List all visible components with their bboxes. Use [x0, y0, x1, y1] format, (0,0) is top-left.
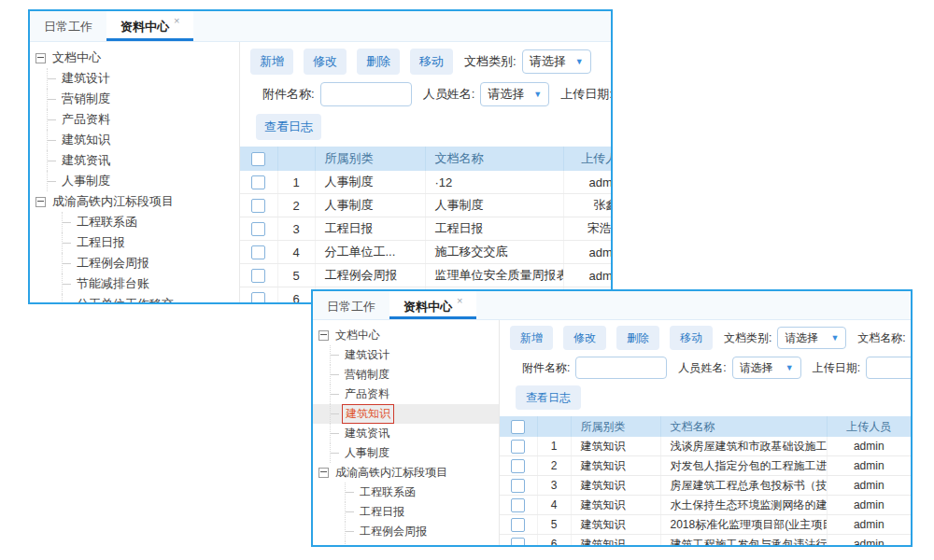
- tree-item[interactable]: 人事制度: [313, 443, 499, 463]
- row-checkbox[interactable]: [251, 269, 265, 283]
- field-control[interactable]: [866, 357, 911, 379]
- field-control[interactable]: [575, 357, 667, 379]
- row-checkbox[interactable]: [511, 518, 525, 532]
- tree-expander-icon[interactable]: [318, 468, 329, 478]
- tree-item[interactable]: 建筑知识: [313, 404, 499, 424]
- row-checkbox[interactable]: [511, 440, 525, 454]
- tree-item[interactable]: 工程日报: [313, 502, 499, 522]
- tree-item[interactable]: 建筑设计: [313, 345, 499, 365]
- row-checkbox-cell: [500, 476, 537, 496]
- tree-expander-icon[interactable]: [35, 197, 46, 207]
- cell-category: 建筑知识: [571, 515, 660, 535]
- view-log-button[interactable]: 查看日志: [516, 385, 581, 410]
- header-checkbox-cell: [500, 416, 537, 437]
- action-button[interactable]: 移动: [410, 49, 453, 75]
- tree-item[interactable]: 产品资料: [30, 109, 239, 130]
- row-checkbox[interactable]: [251, 292, 265, 302]
- tree-item-label: 人事制度: [59, 172, 113, 190]
- row-checkbox-cell: [240, 217, 277, 241]
- field-control[interactable]: [320, 82, 412, 106]
- tree-item[interactable]: 建筑知识: [30, 130, 239, 150]
- row-checkbox[interactable]: [511, 498, 525, 512]
- tab-close-icon[interactable]: ×: [457, 295, 462, 306]
- tree-item[interactable]: 文档中心: [313, 326, 499, 345]
- column-header-num: [537, 416, 571, 437]
- row-checkbox[interactable]: [251, 199, 265, 213]
- tree-expander-icon[interactable]: [318, 330, 329, 341]
- tree-item[interactable]: 分工单位工作移交: [30, 294, 239, 302]
- tree-item[interactable]: 营销制度: [30, 89, 239, 109]
- view-log-button[interactable]: 查看日志: [256, 114, 321, 140]
- row-number: 6: [537, 535, 571, 546]
- tree-item[interactable]: 文档中心: [30, 48, 239, 68]
- row-checkbox[interactable]: [251, 222, 265, 236]
- tab-close-icon[interactable]: ×: [174, 15, 179, 26]
- tree-item[interactable]: 工程例会周报: [313, 522, 499, 541]
- action-button[interactable]: 修改: [304, 49, 347, 75]
- tree-item[interactable]: 成渝高铁内江标段项目: [30, 191, 239, 212]
- table-row[interactable]: 4 建筑知识 水土保持生态环境监测网络的建设与... admin: [500, 496, 911, 515]
- field-control[interactable]: 请选择 ▼: [480, 82, 549, 106]
- tree-item[interactable]: 工程例会周报: [30, 253, 239, 273]
- table-row[interactable]: 2 建筑知识 对发包人指定分包的工程施工进度安... admin: [500, 456, 911, 476]
- tree-expander-icon[interactable]: [35, 53, 46, 63]
- tree-item-label: 建筑知识: [342, 404, 394, 424]
- action-button[interactable]: 删除: [616, 326, 659, 350]
- select-all-checkbox[interactable]: [251, 152, 265, 166]
- field-control[interactable]: 请选择 ▼: [732, 357, 801, 379]
- tree-item[interactable]: 工程联系函: [30, 212, 239, 232]
- column-header-category: 所属别类: [571, 416, 660, 437]
- row-checkbox[interactable]: [251, 175, 265, 189]
- tree-item[interactable]: 营销制度: [313, 365, 499, 385]
- select-all-checkbox[interactable]: [511, 420, 525, 434]
- tree-item-label: 工程例会周报: [74, 254, 152, 273]
- filter-field: 附件名称:: [511, 357, 667, 379]
- tree-indent: [35, 89, 48, 109]
- table-row[interactable]: 3 建筑知识 房屋建筑工程总承包投标书（技术标... admin: [500, 476, 911, 496]
- action-button[interactable]: 新增: [510, 326, 553, 350]
- tree-item[interactable]: 工程日报: [30, 232, 239, 253]
- column-header-uploader: 上传人员: [827, 416, 911, 437]
- tree-item[interactable]: 成渝高铁内江标段项目: [313, 463, 499, 483]
- cell-doc-name: ·12: [425, 171, 563, 194]
- table-row[interactable]: 4 分工单位工... 施工移交交底 admin: [240, 241, 611, 264]
- row-number: 3: [537, 476, 571, 496]
- row-checkbox[interactable]: [251, 245, 265, 259]
- tree-item[interactable]: 工程联系函: [313, 483, 499, 502]
- tree-indent: [318, 404, 331, 424]
- table-row[interactable]: 5 建筑知识 2018标准化监理项目部(业主项目部)... admin: [500, 515, 911, 535]
- tab[interactable]: 日常工作: [30, 11, 106, 41]
- table-row[interactable]: 1 人事制度 ·12 admin: [240, 171, 611, 194]
- tree-item[interactable]: 节能减排台账: [30, 273, 239, 294]
- table-row[interactable]: 2 人事制度 人事制度 张鑫: [240, 194, 611, 217]
- table-row[interactable]: 3 工程日报 工程日报 宋浩然: [240, 217, 611, 241]
- field-control[interactable]: 请选择 ▼: [777, 327, 846, 349]
- row-checkbox[interactable]: [511, 479, 525, 493]
- tree-item[interactable]: 产品资料: [313, 385, 499, 404]
- document-table: 所属别类 文档名称 上传人员 1: [500, 416, 911, 545]
- row-number: 1: [537, 437, 571, 456]
- table-row[interactable]: 5 工程例会周报 监理单位安全质量周报表 admin: [240, 264, 611, 287]
- column-header-doc-name: 文档名称: [425, 147, 563, 171]
- tree-item[interactable]: 人事制度: [30, 171, 239, 191]
- action-button[interactable]: 新增: [250, 49, 293, 75]
- row-checkbox[interactable]: [511, 538, 525, 545]
- tree-item[interactable]: 建筑设计: [30, 68, 239, 89]
- action-button[interactable]: 移动: [670, 326, 713, 350]
- action-button[interactable]: 修改: [563, 326, 606, 350]
- dropdown-caret-icon: ▼: [533, 90, 542, 99]
- tab[interactable]: 资料中心 ×: [389, 291, 476, 319]
- tab[interactable]: 日常工作: [313, 291, 389, 319]
- field-control[interactable]: 请选择 ▼: [522, 49, 591, 74]
- table-row[interactable]: 6 建筑知识 建筑工程施工发包与承包违法行为认... admin: [500, 535, 911, 546]
- table-row[interactable]: 1 建筑知识 浅谈房屋建筑和市政基础设施工程施... admin: [500, 437, 911, 456]
- tree-item[interactable]: 建筑资讯: [313, 424, 499, 443]
- action-buttons: 新增修改删除移动: [240, 49, 453, 75]
- action-button[interactable]: 删除: [357, 49, 400, 75]
- row-checkbox[interactable]: [511, 459, 525, 473]
- tree-item[interactable]: 节能减排台账: [313, 541, 499, 545]
- tree-item[interactable]: 建筑资讯: [30, 150, 239, 171]
- tab[interactable]: 资料中心 ×: [106, 11, 193, 41]
- main-panel: 新增修改删除移动 文档类别: 请选择 ▼ 文档名称:: [500, 320, 911, 545]
- tree-item-label: 节能减排台账: [74, 274, 152, 293]
